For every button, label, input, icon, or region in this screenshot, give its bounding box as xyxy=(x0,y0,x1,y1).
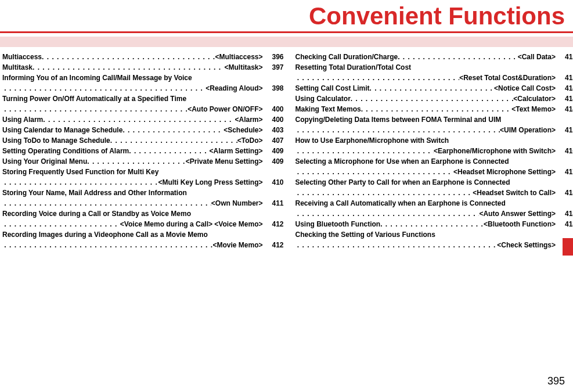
toc-entry-ref: <Notice Call Cost> xyxy=(494,83,556,93)
toc-entry-ref: <ToDo> xyxy=(237,135,263,146)
toc-dots: . . . . . . . . . . . . . . . . . . . . … xyxy=(43,114,235,125)
toc-entry: . . . . . . . . . . . . . . . . . . . . … xyxy=(295,125,574,135)
toc-dots: . . . . . . . . . . . . . . . . . . . . … xyxy=(297,73,459,83)
toc-entry-title: Recording Voice during a Call or Standby… xyxy=(2,208,191,219)
toc-entry: . . . . . . . . . . . . . . . . . . . . … xyxy=(2,177,284,188)
toc-entry-title: Using ToDo to Manage Schedule xyxy=(2,135,110,146)
toc-dots: . . . . . . . . . . . . . . . . . . . . … xyxy=(370,83,494,93)
toc-dots: . . . . . . . . . . . . . . . . . . . . … xyxy=(87,156,186,167)
toc-entry: Multitask. . . . . . . . . . . . . . . .… xyxy=(2,62,284,73)
toc-entry-ref: <Text Memo> xyxy=(511,104,556,114)
toc-entry-ref: <Calculator> xyxy=(513,93,556,104)
toc-entry-ref: <UIM Operation> xyxy=(500,125,556,135)
toc-entry-title: Using Calendar to Manage Schedule xyxy=(2,125,122,135)
toc-entry: . . . . . . . . . . . . . . . . . . . . … xyxy=(295,73,574,83)
toc-entry-page: 400 xyxy=(263,114,284,125)
toc-entry: . . . . . . . . . . . . . . . . . . . . … xyxy=(2,198,284,208)
toc-entry-page: 413 xyxy=(556,73,573,83)
toc-entry-title: Setting Operating Conditions of Alarm xyxy=(2,146,129,156)
toc-entry-title: Checking the Setting of Various Function… xyxy=(295,229,435,240)
toc-entry-ref: <Movie Memo> xyxy=(212,240,262,250)
header-band xyxy=(0,37,573,47)
toc-entry-title: Resetting Total Duration/Total Cost xyxy=(295,62,412,73)
toc-entry: . . . . . . . . . . . . . . . . . . . . … xyxy=(295,167,574,177)
toc-entry: Copying/Deleting Data Items between FOMA… xyxy=(295,114,574,125)
toc-entry-page: 418 xyxy=(556,188,573,198)
toc-entry-ref: <Multiaccess> xyxy=(215,52,262,62)
toc-entry-page: 413 xyxy=(556,52,573,62)
toc-entry-title: Copying/Deleting Data Items between FOMA… xyxy=(295,114,502,125)
toc-entry: Selecting a Microphone for Use when an E… xyxy=(295,156,574,167)
toc-dots: . . . . . . . . . . . . . . . . . . . . … xyxy=(297,125,500,135)
toc-entry-ref: <Schedule> xyxy=(224,125,262,135)
toc-dots: . . . . . . . . . . . . . . . . . . . . … xyxy=(33,62,224,73)
toc-dots: . . . . . . . . . . . . . . . . . . . . … xyxy=(297,146,434,156)
toc-entry: . . . . . . . . . . . . . . . . . . . . … xyxy=(295,208,574,219)
toc-entry-ref: <Headset Switch to Call> xyxy=(473,188,556,198)
toc-entry-title: Informing You of an Incoming Call/Mail M… xyxy=(2,73,192,83)
toc-entry-page: 398 xyxy=(263,83,284,93)
toc-entry-page: 417 xyxy=(556,167,573,177)
toc-entry-page: 403 xyxy=(263,125,284,135)
toc-dots: . . . . . . . . . . . . . . . . . . . . … xyxy=(4,240,212,250)
toc-dots: . . . . . . . . . . . . . . . . . . . . … xyxy=(42,52,215,62)
toc-entry: . . . . . . . . . . . . . . . . . . . . … xyxy=(2,83,284,93)
toc-entry: Using Alarm. . . . . . . . . . . . . . .… xyxy=(2,114,284,125)
page-number: 395 xyxy=(547,375,565,387)
toc-entry: Multiaccess. . . . . . . . . . . . . . .… xyxy=(2,52,284,62)
toc-entry-ref: <Check Settings> xyxy=(497,240,556,250)
toc-entry-ref: <Voice Memo during a Call> <Voice Memo> xyxy=(120,219,263,229)
toc-entry-ref: <Alarm> xyxy=(235,114,262,125)
toc-entry-page: 409 xyxy=(263,156,284,167)
toc-content: Multiaccess. . . . . . . . . . . . . . .… xyxy=(0,47,573,250)
toc-entry: . . . . . . . . . . . . . . . . . . . . … xyxy=(295,240,574,250)
toc-dots: . . . . . . . . . . . . . . . . . . . . … xyxy=(380,219,484,229)
toc-entry-page: 412 xyxy=(263,240,284,250)
toc-right-column: Checking Call Duration/Charge. . . . . .… xyxy=(295,52,574,250)
toc-dots: . . . . . . . . . . . . . . . . . . . . … xyxy=(4,104,188,114)
toc-entry-title: Using Your Original Menu xyxy=(2,156,87,167)
toc-dots: . . . . . . . . . . . . . . . . . . . . … xyxy=(129,146,209,156)
toc-entry-ref: <Reset Total Cost&Duration> xyxy=(459,73,556,83)
toc-entry-page: 400 xyxy=(263,104,284,114)
toc-entry-ref: <Auto Answer Setting> xyxy=(479,208,556,219)
toc-entry-page: 396 xyxy=(263,52,284,62)
toc-entry-title: Storing Your Name, Mail Address and Othe… xyxy=(2,188,187,198)
toc-entry-page: 418 xyxy=(556,208,573,219)
toc-entry: Making Text Memos. . . . . . . . . . . .… xyxy=(295,104,574,114)
toc-entry-ref: <Bluetooth Function> xyxy=(484,219,556,229)
toc-entry-title: Using Alarm xyxy=(2,114,43,125)
toc-entry-title: Storing Frequently Used Function for Mul… xyxy=(2,167,158,177)
toc-entry: Setting Call Cost Limit. . . . . . . . .… xyxy=(295,83,574,93)
toc-entry: Using Your Original Menu. . . . . . . . … xyxy=(2,156,284,167)
toc-entry-page: 409 xyxy=(263,146,284,156)
toc-entry: . . . . . . . . . . . . . . . . . . . . … xyxy=(295,188,574,198)
toc-entry-ref: <Own Number> xyxy=(211,198,263,208)
toc-entry: Recording Images during a Videophone Cal… xyxy=(2,229,284,240)
toc-dots: . . . . . . . . . . . . . . . . . . . . … xyxy=(110,135,237,146)
toc-entry-title: Turning Power On/Off Automatically at a … xyxy=(2,93,186,104)
toc-entry: Informing You of an Incoming Call/Mail M… xyxy=(2,73,284,83)
toc-entry-title: Selecting Other Party to Call for when a… xyxy=(295,177,510,188)
toc-entry-title: Checking Call Duration/Charge xyxy=(295,52,398,62)
toc-dots: . . . . . . . . . . . . . . . . . . . . … xyxy=(297,188,473,198)
toc-dots: . . . . . . . . . . . . . . . . . . . . … xyxy=(297,240,497,250)
toc-entry: . . . . . . . . . . . . . . . . . . . . … xyxy=(2,240,284,250)
title-rule xyxy=(0,31,573,33)
toc-dots: . . . . . . . . . . . . . . . . . . . . … xyxy=(122,125,224,135)
toc-entry: Using ToDo to Manage Schedule. . . . . .… xyxy=(2,135,284,146)
toc-dots: . . . . . . . . . . . . . . . . . . . . … xyxy=(351,93,513,104)
toc-entry-page: 416 xyxy=(556,146,573,156)
toc-entry-ref: <Multi Key Long Press Setting> xyxy=(158,177,262,188)
toc-entry-ref: <Earphone/Microphone with Switch> xyxy=(434,146,556,156)
toc-entry: Checking the Setting of Various Function… xyxy=(295,229,574,240)
toc-dots: . . . . . . . . . . . . . . . . . . . . … xyxy=(4,83,206,93)
toc-entry-ref: <Multitask> xyxy=(224,62,262,73)
toc-entry: Setting Operating Conditions of Alarm. .… xyxy=(2,146,284,156)
toc-entry-title: Using Bluetooth Function xyxy=(295,219,381,229)
toc-entry-title: Making Text Memos xyxy=(295,104,361,114)
toc-entry: Receiving a Call Automatically when an E… xyxy=(295,198,574,208)
toc-entry: Recording Voice during a Call or Standby… xyxy=(2,208,284,219)
toc-entry: Storing Your Name, Mail Address and Othe… xyxy=(2,188,284,198)
toc-entry-page: 411 xyxy=(263,198,284,208)
